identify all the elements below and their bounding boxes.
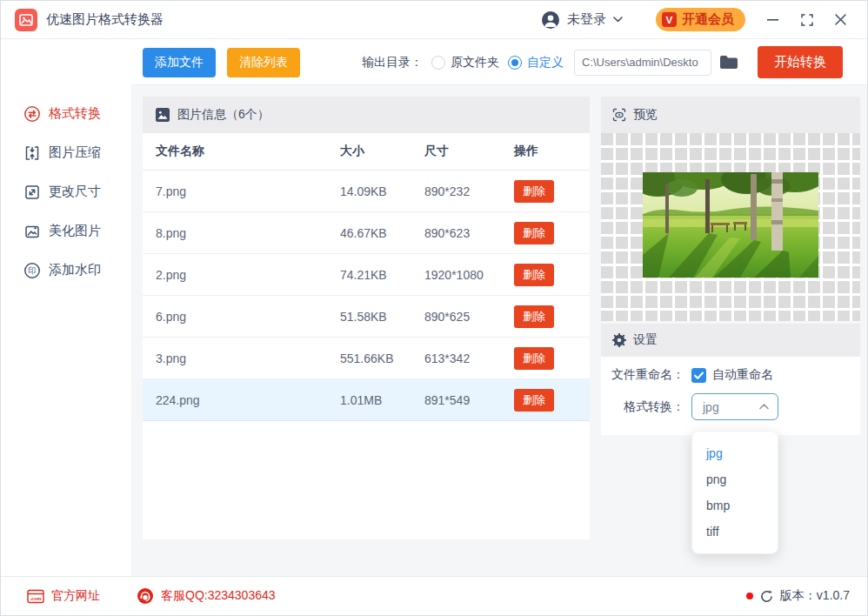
dropdown-option-tiff[interactable]: tiff: [692, 519, 778, 545]
version-label: 版本：v1.0.7: [780, 588, 850, 604]
file-size: 51.58KB: [340, 310, 424, 324]
settings-body: 文件重命名： 自动重命名 格式转换： jpg: [601, 357, 860, 435]
delete-button[interactable]: 删除: [514, 347, 554, 370]
sidebar-item-beautify[interactable]: 美化图片: [1, 211, 131, 251]
radio-custom-folder[interactable]: 自定义: [508, 55, 564, 70]
format-setting-row: 格式转换： jpg: [601, 393, 860, 420]
vip-badge-icon: V: [662, 12, 677, 27]
minimize-button[interactable]: [759, 7, 785, 33]
vip-button[interactable]: V 开通会员: [656, 8, 745, 31]
main-content: 图片信息（6个） 文件名称 大小 尺寸 操作 7.png 14.09KB 890…: [131, 85, 868, 578]
file-dimensions: 891*549: [424, 393, 514, 407]
format-dropdown: jpg png bmp tiff: [691, 431, 778, 554]
preview-image: [643, 172, 818, 278]
sidebar-item-compress[interactable]: 图片压缩: [1, 133, 131, 172]
preview-eye-icon: [612, 108, 626, 122]
file-name: 224.png: [143, 393, 340, 407]
sidebar-item-watermark[interactable]: 印 添加水印: [1, 251, 131, 290]
gear-icon: [612, 333, 626, 347]
beautify-image-icon: [23, 223, 41, 240]
delete-button[interactable]: 删除: [514, 389, 554, 412]
file-name: 8.png: [143, 226, 340, 240]
file-size: 74.21KB: [340, 268, 424, 282]
rename-label: 文件重命名：: [601, 367, 684, 383]
website-label: 官方网址: [51, 588, 100, 604]
dropdown-option-jpg[interactable]: jpg: [692, 440, 778, 466]
refresh-icon[interactable]: [760, 590, 773, 603]
table-row[interactable]: 6.png 51.58KB 890*625 删除: [143, 296, 590, 338]
add-files-button[interactable]: 添加文件: [143, 48, 216, 77]
col-dimensions: 尺寸: [424, 144, 514, 159]
dropdown-option-bmp[interactable]: bmp: [692, 492, 778, 519]
file-dimensions: 890*623: [424, 226, 514, 240]
table-section-title: 图片信息（6个）: [177, 107, 270, 123]
auto-rename-checkbox[interactable]: [691, 368, 706, 383]
status-dot: [746, 593, 753, 599]
dropdown-option-png[interactable]: png: [692, 466, 778, 492]
sidebar-item-resize[interactable]: 更改尺寸: [1, 172, 131, 211]
app-title: 优速图片格式转换器: [46, 11, 164, 28]
file-size: 46.67KB: [340, 226, 424, 240]
auto-rename-label: 自动重命名: [712, 367, 773, 383]
delete-button[interactable]: 删除: [514, 222, 554, 244]
login-menu[interactable]: 未登录: [541, 10, 623, 30]
col-size: 大小: [340, 144, 424, 159]
col-filename: 文件名称: [143, 144, 340, 159]
right-panel: 预览: [601, 97, 860, 578]
table-row-selected[interactable]: 224.png 1.01MB 891*549 删除: [143, 379, 590, 421]
radio-original-folder[interactable]: 原文件夹: [431, 55, 499, 70]
table-row[interactable]: 7.png 14.09KB 890*232 删除: [143, 171, 590, 212]
format-select[interactable]: jpg: [691, 393, 778, 420]
preview-header: 预览: [601, 97, 860, 133]
delete-button[interactable]: 删除: [514, 264, 554, 286]
radio-selected-icon: [508, 56, 522, 70]
file-table-panel: 图片信息（6个） 文件名称 大小 尺寸 操作 7.png 14.09KB 890…: [143, 97, 590, 539]
browse-folder-icon[interactable]: [719, 55, 738, 70]
output-path-input[interactable]: [574, 50, 711, 76]
preview-title: 预览: [633, 107, 658, 123]
radio-unselected-icon: [431, 56, 445, 70]
table-header-row: 文件名称 大小 尺寸 操作: [143, 133, 590, 171]
service-qq-link[interactable]: 客服QQ:3234303643: [137, 587, 276, 605]
sidebar-item-label: 添加水印: [49, 262, 101, 278]
sidebar: 格式转换 图片压缩 更改尺寸: [1, 40, 131, 578]
file-name: 3.png: [143, 352, 340, 365]
customer-service-icon: [137, 587, 154, 605]
service-qq-label: 客服QQ:3234303643: [161, 588, 276, 604]
delete-button[interactable]: 删除: [514, 180, 554, 203]
svg-text:印: 印: [29, 266, 37, 275]
start-convert-button[interactable]: 开始转换: [758, 46, 843, 78]
file-size: 1.01MB: [340, 393, 424, 407]
radio-custom-label: 自定义: [527, 55, 564, 70]
chevron-down-icon: [613, 17, 623, 23]
svg-text:V: V: [666, 14, 673, 25]
official-website-link[interactable]: .com 官方网址: [27, 588, 100, 604]
close-button[interactable]: [827, 7, 853, 33]
delete-button[interactable]: 删除: [514, 305, 554, 328]
chevron-up-icon: [759, 404, 769, 410]
col-action: 操作: [514, 144, 590, 159]
titlebar: 优速图片格式转换器 未登录: [1, 1, 868, 39]
table-row[interactable]: 8.png 46.67KB 890*623 删除: [143, 212, 590, 254]
compress-icon: [23, 144, 41, 162]
clear-list-button[interactable]: 清除列表: [227, 48, 300, 77]
format-select-value: jpg: [703, 400, 719, 414]
output-dir-label: 输出目录：: [362, 55, 423, 70]
vip-label: 开通会员: [682, 11, 734, 28]
settings-title: 设置: [633, 332, 658, 348]
sidebar-item-label: 图片压缩: [49, 144, 101, 161]
maximize-button[interactable]: [794, 7, 820, 33]
radio-original-label: 原文件夹: [451, 55, 499, 70]
file-size: 14.09KB: [340, 184, 424, 198]
login-status: 未登录: [567, 11, 606, 28]
footer: .com 官方网址 客服QQ:3234303643: [1, 576, 868, 615]
sidebar-item-label: 更改尺寸: [49, 184, 101, 200]
table-row[interactable]: 2.png 74.21KB 1920*1080 删除: [143, 254, 590, 296]
preview-transparency-area: [601, 133, 860, 321]
user-avatar-icon: [541, 10, 560, 30]
table-row[interactable]: 3.png 551.66KB 613*342 删除: [143, 338, 590, 379]
sidebar-item-format-convert[interactable]: 格式转换: [1, 94, 131, 133]
file-dimensions: 890*625: [424, 310, 514, 324]
file-name: 6.png: [143, 310, 340, 324]
file-name: 2.png: [143, 268, 340, 282]
